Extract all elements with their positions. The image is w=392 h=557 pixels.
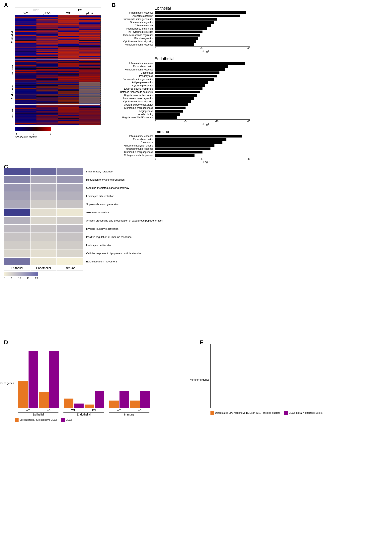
- svg-rect-120: [15, 38, 36, 39]
- svg-rect-378: [15, 90, 36, 91]
- immune2-row-label: Immune: [4, 103, 15, 125]
- svg-rect-151: [79, 43, 101, 44]
- svg-rect-528: [15, 121, 36, 122]
- svg-rect-47: [79, 22, 101, 23]
- svg-rect-543: [79, 123, 101, 124]
- svg-rect-218: [58, 57, 79, 58]
- bar-label: Axoneme assembly: [112, 15, 155, 17]
- svg-rect-478: [58, 110, 79, 111]
- panel-a-label: A: [4, 2, 8, 8]
- panel-c-xlabel-lines: [4, 270, 85, 270]
- legend-orange-d: Upregulated LPS responsive DEGs: [15, 418, 57, 422]
- svg-rect-88: [15, 31, 36, 32]
- svg-rect-404: [58, 95, 79, 96]
- svg-rect-364: [58, 87, 79, 88]
- pbs-ko-label: p21-/-: [36, 12, 58, 15]
- svg-rect-319: [58, 78, 79, 79]
- svg-rect-24: [15, 18, 36, 19]
- svg-rect-46: [58, 22, 79, 23]
- svg-rect-214: [58, 56, 79, 57]
- bar-fill: [155, 141, 222, 144]
- svg-rect-8: [15, 15, 36, 16]
- svg-rect-154: [58, 44, 79, 45]
- svg-rect-69: [36, 27, 58, 28]
- bar-fill: [155, 27, 207, 30]
- bar-row: Cytokine-mediated signaling: [112, 40, 257, 43]
- svg-rect-316: [79, 77, 101, 78]
- bar-row: Cytokine-mediated signaling: [112, 100, 257, 103]
- panel-d-group: [109, 391, 150, 408]
- legend-orange-label-e: Upregulated LPS responsive DEGs in p21-/…: [215, 411, 280, 414]
- endothelial-row-label: Endothelial: [4, 81, 15, 103]
- svg-rect-558: [4, 272, 38, 276]
- svg-rect-384: [58, 91, 79, 92]
- svg-rect-37: [36, 21, 58, 22]
- svg-rect-285: [15, 72, 36, 73]
- panel-d-bar-pair: [85, 391, 104, 408]
- panel-a: A PBS LPS WT p21-/- WT p21-/- Epithelial…: [4, 2, 104, 146]
- svg-rect-420: [58, 98, 79, 99]
- svg-rect-446: [15, 104, 101, 105]
- svg-rect-181: [36, 50, 58, 51]
- bar-label: Inflammatory response: [112, 11, 155, 14]
- svg-rect-530: [58, 121, 79, 122]
- svg-rect-114: [58, 36, 79, 37]
- legend-orange-box-d: [15, 418, 18, 422]
- svg-rect-28: [15, 19, 36, 20]
- svg-rect-299: [58, 74, 79, 75]
- svg-rect-188: [15, 51, 36, 52]
- svg-rect-435: [36, 102, 58, 103]
- svg-rect-205: [36, 55, 58, 56]
- svg-rect-495: [79, 114, 101, 115]
- panel-d-group-label: Immune: [109, 412, 149, 416]
- svg-rect-251: [58, 64, 79, 65]
- bar-label: Cilium movement: [112, 24, 155, 27]
- bar-fill: [155, 24, 211, 27]
- lps-ko-label: p21-/-: [79, 12, 100, 15]
- bar-fill: [155, 37, 198, 40]
- immune-chart-title: Immune: [112, 129, 257, 134]
- svg-rect-86: [58, 31, 79, 32]
- colorscale-min: -1: [15, 132, 17, 135]
- svg-rect-376: [58, 90, 79, 90]
- svg-rect-479: [79, 110, 101, 111]
- svg-rect-156: [15, 45, 36, 46]
- bar-row: Glycosaminoglycan binding: [112, 144, 257, 147]
- svg-rect-542: [58, 123, 79, 124]
- endothelial-xaxis: 0 -5 -10 -15: [155, 119, 250, 123]
- svg-rect-272: [79, 68, 101, 69]
- legend-purple-d: DEGs: [61, 418, 72, 422]
- bar-label: Myeloid leukocyte activation: [112, 103, 155, 106]
- svg-rect-464: [15, 108, 36, 109]
- bar-label: Cytokine-mediated signaling: [112, 40, 155, 43]
- svg-rect-507: [79, 116, 101, 117]
- svg-rect-293: [15, 73, 36, 74]
- svg-rect-36: [15, 21, 36, 22]
- svg-rect-314: [36, 77, 58, 78]
- svg-rect-217: [36, 57, 58, 58]
- bar-fill: [155, 68, 225, 71]
- svg-rect-215: [79, 56, 101, 57]
- svg-rect-45: [36, 22, 58, 23]
- svg-rect-360: [58, 86, 79, 87]
- svg-rect-194: [58, 52, 79, 53]
- svg-rect-183: [79, 50, 101, 51]
- bar-label: Angiogenesis: [112, 110, 155, 113]
- panel-c-cell: [57, 217, 83, 224]
- bar-fill: [155, 110, 183, 113]
- panel-c-row-label: Cytokine-mediated signaling pathway: [86, 184, 163, 192]
- svg-rect-89: [36, 31, 58, 32]
- svg-rect-448: [15, 105, 36, 106]
- bar-row: Inflammatory response: [112, 135, 257, 138]
- svg-rect-210: [58, 56, 79, 57]
- svg-rect-130: [58, 39, 79, 40]
- svg-rect-64: [15, 26, 36, 28]
- svg-rect-472: [15, 110, 36, 111]
- svg-rect-204: [15, 55, 36, 56]
- svg-rect-77: [36, 29, 58, 30]
- bar-fill: [155, 31, 203, 33]
- svg-rect-224: [15, 59, 36, 60]
- orange-bar: [39, 392, 49, 408]
- svg-rect-12: [15, 16, 36, 17]
- svg-rect-439: [36, 103, 58, 104]
